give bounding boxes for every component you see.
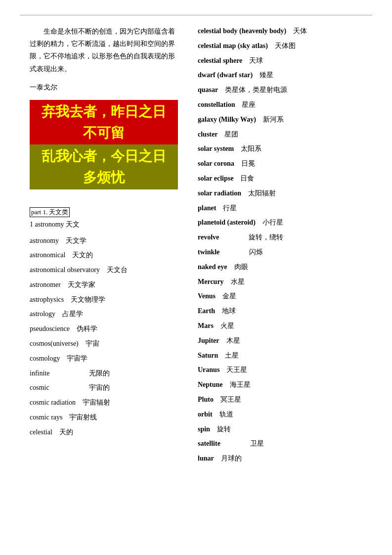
list-item: orbit 轨道 (198, 409, 382, 420)
list-item: cosmology 宇宙学 (30, 353, 178, 365)
list-item: astronomical observatory 天文台 (30, 264, 178, 276)
list-item: cosmic宇宙的 (30, 382, 178, 394)
list-item: Pluto 冥王星 (198, 394, 382, 406)
list-item: Earth 地球 (198, 305, 382, 317)
list-item: dwarf (dwarf star) 矮星 (198, 69, 382, 81)
list-item: astronomy 天文学 (30, 235, 178, 247)
list-item: solar radiation 太阳辐射 (198, 187, 382, 199)
part-label: part 1. 天文类 (30, 207, 70, 217)
author-credit: 一泰戈尔 (30, 83, 178, 92)
list-item: Neptune 海王星 (198, 379, 382, 391)
list-item: celestial sphere 天球 (198, 55, 382, 67)
banner-line-4: 多烦忧 (30, 168, 178, 189)
list-item: revolve旋转，绕转 (198, 231, 382, 243)
list-item: solar system 太阳系 (198, 143, 382, 155)
list-item: astronomer 天文学家 (30, 279, 178, 291)
list-item: cosmos(universe) 宇宙 (30, 338, 178, 350)
list-item: naked eye 肉眼 (198, 261, 382, 273)
list-item: celestial body (heavenly body) 天体 (198, 25, 382, 37)
list-item: astrology 占星学 (30, 308, 178, 320)
list-item: quasar 类星体，类星射电源 (198, 84, 382, 96)
list-item: Saturn 土星 (198, 350, 382, 362)
left-column: 生命是永恒不断的创造，因为它内部蕴含着过剩的精力，它不断流溢，越出时间和空间的界… (0, 25, 193, 467)
list-item: galaxy (Milky Way) 新河系 (198, 114, 382, 126)
list-item: astrophysics 天文物理学 (30, 294, 178, 306)
right-vocab-list: celestial body (heavenly body) 天体 celest… (198, 25, 382, 464)
right-column: celestial body (heavenly body) 天体 celest… (193, 25, 392, 467)
main-content: 生命是永恒不断的创造，因为它内部蕴含着过剩的精力，它不断流溢，越出时间和空间的界… (0, 25, 392, 467)
list-item: infinite无限的 (30, 368, 178, 379)
list-item: cosmic rays 宇宙射线 (30, 412, 178, 423)
list-item: solar eclipse 日食 (198, 173, 382, 185)
list-item: twinkle闪烁 (198, 246, 382, 258)
list-item: Uranus 天王星 (198, 364, 382, 376)
banner-line-1: 弃我去者，昨日之日 (30, 100, 178, 123)
list-item: lunar 月球的 (198, 453, 382, 464)
list-item: cosmic radiation 宇宙辐射 (30, 397, 178, 409)
list-item: pseudoscience 伪科学 (30, 323, 178, 335)
list-item: Mars 火星 (198, 320, 382, 332)
intro-paragraph: 生命是永恒不断的创造，因为它内部蕴含着过剩的精力，它不断流溢，越出时间和空间的界… (30, 25, 178, 75)
list-item: astronomical 天文的 (30, 249, 178, 261)
banner-block: 弃我去者，昨日之日 不可留 乱我心者，今日之日 多烦忧 (30, 100, 178, 189)
banner-line-2: 不可留 (30, 123, 178, 144)
banner-line-3: 乱我心者，今日之日 (30, 144, 178, 168)
top-divider (20, 15, 372, 15)
list-item: celestial map (sky atlas) 天体图 (198, 40, 382, 52)
list-item: planetoid (asteroid) 小行星 (198, 217, 382, 229)
list-item: spin 旋转 (198, 423, 382, 435)
list-item: constellation 星座 (198, 99, 382, 111)
list-item: solar corona 日冕 (198, 158, 382, 170)
left-vocab-list: astronomy 天文学 astronomical 天文的 astronomi… (30, 235, 178, 438)
list-item: satellite卫星 (198, 438, 382, 450)
vocab-heading: 1 astronomy 天文 (30, 220, 178, 229)
list-item: Mercury 水星 (198, 276, 382, 288)
list-item: Venus 金星 (198, 290, 382, 302)
list-item: planet 行星 (198, 202, 382, 214)
list-item: Jupiter 木星 (198, 335, 382, 347)
list-item: cluster 星团 (198, 129, 382, 140)
list-item: celestial 天的 (30, 426, 178, 438)
